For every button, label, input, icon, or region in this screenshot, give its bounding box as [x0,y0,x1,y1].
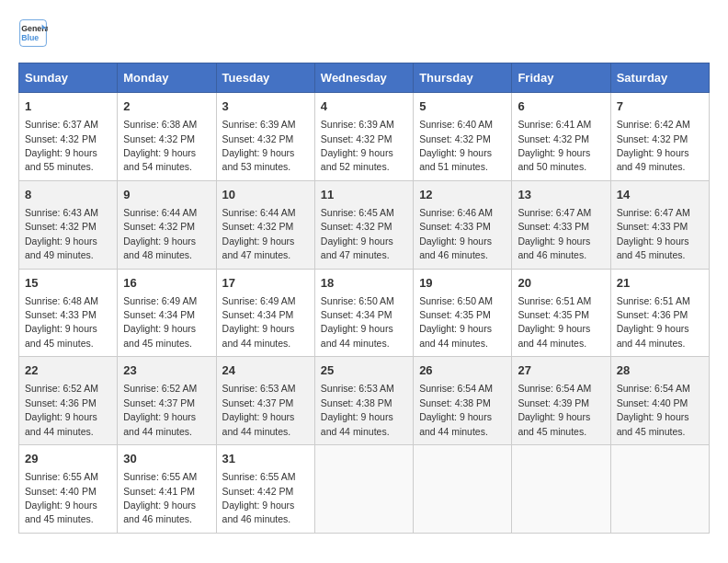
day-number: 15 [25,275,111,292]
day-number: 30 [123,451,210,467]
day-number: 29 [25,451,111,467]
calendar-table: SundayMondayTuesdayWednesdayThursdayFrid… [18,63,710,534]
calendar-day-cell [314,445,413,534]
calendar-day-cell: 31 Sunrise: 6:55 AMSunset: 4:42 PMDaylig… [216,445,314,534]
calendar-day-cell: 22 Sunrise: 6:52 AMSunset: 4:36 PMDaylig… [19,357,118,445]
calendar-week-row: 22 Sunrise: 6:52 AMSunset: 4:36 PMDaylig… [19,357,710,445]
day-info: Sunrise: 6:51 AMSunset: 4:36 PMDaylight:… [617,295,690,349]
calendar-day-cell: 11 Sunrise: 6:45 AMSunset: 4:32 PMDaylig… [314,180,413,269]
svg-text:Blue: Blue [21,33,39,42]
day-number: 27 [518,362,604,379]
calendar-day-cell: 4 Sunrise: 6:39 AMSunset: 4:32 PMDayligh… [314,93,413,181]
day-of-week-header: Sunday [19,63,118,93]
day-number: 25 [321,362,407,379]
day-of-week-header: Friday [512,63,610,93]
calendar-day-cell: 21 Sunrise: 6:51 AMSunset: 4:36 PMDaylig… [610,269,709,357]
day-number: 17 [222,275,309,292]
day-of-week-header: Monday [118,63,216,93]
calendar-day-cell: 25 Sunrise: 6:53 AMSunset: 4:38 PMDaylig… [314,357,413,445]
calendar-week-row: 29 Sunrise: 6:55 AMSunset: 4:40 PMDaylig… [19,445,710,534]
day-info: Sunrise: 6:47 AMSunset: 4:33 PMDaylight:… [518,207,591,260]
calendar-day-cell: 10 Sunrise: 6:44 AMSunset: 4:32 PMDaylig… [216,180,314,269]
calendar-week-row: 8 Sunrise: 6:43 AMSunset: 4:32 PMDayligh… [19,180,710,269]
day-number: 18 [321,275,407,292]
day-info: Sunrise: 6:45 AMSunset: 4:32 PMDaylight:… [321,207,394,260]
day-of-week-header: Thursday [414,63,512,93]
day-number: 9 [123,187,210,203]
calendar-day-cell: 16 Sunrise: 6:49 AMSunset: 4:34 PMDaylig… [118,269,216,357]
logo-icon: General Blue [18,18,48,48]
day-of-week-header: Tuesday [216,63,314,93]
day-number: 20 [518,275,604,292]
day-info: Sunrise: 6:55 AMSunset: 4:40 PMDaylight:… [25,471,98,524]
day-info: Sunrise: 6:52 AMSunset: 4:36 PMDaylight:… [25,383,98,436]
day-info: Sunrise: 6:39 AMSunset: 4:32 PMDaylight:… [222,119,296,172]
day-info: Sunrise: 6:55 AMSunset: 4:41 PMDaylight:… [123,471,197,524]
day-number: 24 [222,362,309,379]
calendar-day-cell: 30 Sunrise: 6:55 AMSunset: 4:41 PMDaylig… [118,445,216,534]
day-info: Sunrise: 6:50 AMSunset: 4:34 PMDaylight:… [321,295,394,349]
day-number: 21 [617,275,703,292]
day-number: 22 [25,362,111,379]
day-info: Sunrise: 6:41 AMSunset: 4:32 PMDaylight:… [518,119,591,172]
day-number: 11 [321,187,407,203]
day-info: Sunrise: 6:53 AMSunset: 4:38 PMDaylight:… [321,383,394,436]
logo: General Blue [18,18,53,48]
day-header-row: SundayMondayTuesdayWednesdayThursdayFrid… [19,63,710,93]
day-number: 2 [123,98,210,115]
calendar-header: SundayMondayTuesdayWednesdayThursdayFrid… [19,63,710,93]
calendar-week-row: 15 Sunrise: 6:48 AMSunset: 4:33 PMDaylig… [19,269,710,357]
day-info: Sunrise: 6:52 AMSunset: 4:37 PMDaylight:… [123,383,197,436]
day-of-week-header: Wednesday [314,63,413,93]
day-number: 10 [222,187,309,203]
day-info: Sunrise: 6:39 AMSunset: 4:32 PMDaylight:… [321,119,394,172]
day-number: 31 [222,451,309,467]
day-number: 14 [617,187,703,203]
day-number: 28 [617,362,703,379]
day-info: Sunrise: 6:54 AMSunset: 4:39 PMDaylight:… [518,383,591,436]
calendar-day-cell: 17 Sunrise: 6:49 AMSunset: 4:34 PMDaylig… [216,269,314,357]
day-number: 13 [518,187,604,203]
day-info: Sunrise: 6:54 AMSunset: 4:38 PMDaylight:… [419,383,493,436]
day-number: 16 [123,275,210,292]
day-info: Sunrise: 6:53 AMSunset: 4:37 PMDaylight:… [222,383,296,436]
calendar-day-cell [610,445,709,534]
day-info: Sunrise: 6:49 AMSunset: 4:34 PMDaylight:… [123,295,197,349]
day-info: Sunrise: 6:43 AMSunset: 4:32 PMDaylight:… [25,207,98,260]
day-number: 6 [518,98,604,115]
calendar-day-cell: 2 Sunrise: 6:38 AMSunset: 4:32 PMDayligh… [118,93,216,181]
calendar-day-cell: 13 Sunrise: 6:47 AMSunset: 4:33 PMDaylig… [512,180,610,269]
day-number: 19 [419,275,506,292]
calendar-day-cell: 26 Sunrise: 6:54 AMSunset: 4:38 PMDaylig… [414,357,512,445]
day-info: Sunrise: 6:54 AMSunset: 4:40 PMDaylight:… [617,383,690,436]
day-info: Sunrise: 6:37 AMSunset: 4:32 PMDaylight:… [25,119,98,172]
day-number: 1 [25,98,111,115]
calendar-day-cell [414,445,512,534]
calendar-day-cell: 6 Sunrise: 6:41 AMSunset: 4:32 PMDayligh… [512,93,610,181]
day-number: 5 [419,98,506,115]
day-number: 12 [419,187,506,203]
day-info: Sunrise: 6:44 AMSunset: 4:32 PMDaylight:… [222,207,296,260]
day-info: Sunrise: 6:51 AMSunset: 4:35 PMDaylight:… [518,295,591,349]
calendar-day-cell: 14 Sunrise: 6:47 AMSunset: 4:33 PMDaylig… [610,180,709,269]
calendar-day-cell: 27 Sunrise: 6:54 AMSunset: 4:39 PMDaylig… [512,357,610,445]
page-header: General Blue [18,18,710,48]
calendar-day-cell: 7 Sunrise: 6:42 AMSunset: 4:32 PMDayligh… [610,93,709,181]
calendar-day-cell: 9 Sunrise: 6:44 AMSunset: 4:32 PMDayligh… [118,180,216,269]
day-number: 8 [25,187,111,203]
calendar-day-cell: 20 Sunrise: 6:51 AMSunset: 4:35 PMDaylig… [512,269,610,357]
calendar-day-cell: 29 Sunrise: 6:55 AMSunset: 4:40 PMDaylig… [19,445,118,534]
day-info: Sunrise: 6:38 AMSunset: 4:32 PMDaylight:… [123,119,197,172]
calendar-day-cell: 19 Sunrise: 6:50 AMSunset: 4:35 PMDaylig… [414,269,512,357]
day-number: 26 [419,362,506,379]
day-info: Sunrise: 6:48 AMSunset: 4:33 PMDaylight:… [25,295,98,349]
calendar-day-cell: 5 Sunrise: 6:40 AMSunset: 4:32 PMDayligh… [414,93,512,181]
day-info: Sunrise: 6:47 AMSunset: 4:33 PMDaylight:… [617,207,690,260]
calendar-week-row: 1 Sunrise: 6:37 AMSunset: 4:32 PMDayligh… [19,93,710,181]
calendar-day-cell: 23 Sunrise: 6:52 AMSunset: 4:37 PMDaylig… [118,357,216,445]
day-info: Sunrise: 6:44 AMSunset: 4:32 PMDaylight:… [123,207,197,260]
day-number: 4 [321,98,407,115]
calendar-day-cell: 28 Sunrise: 6:54 AMSunset: 4:40 PMDaylig… [610,357,709,445]
day-number: 7 [617,98,703,115]
day-info: Sunrise: 6:40 AMSunset: 4:32 PMDaylight:… [419,119,493,172]
